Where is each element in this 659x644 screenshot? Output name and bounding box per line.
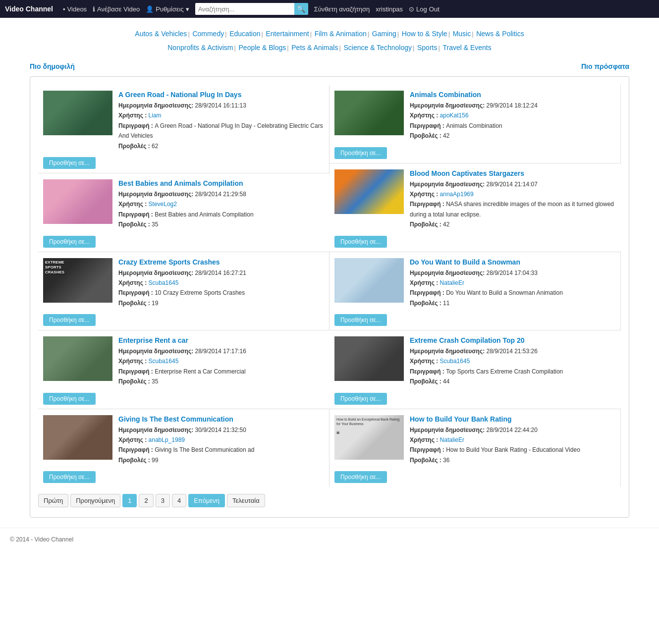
cat-news[interactable]: News & Politics — [476, 30, 524, 38]
cat-autos[interactable]: Autos & Vehicles — [135, 30, 187, 38]
cat-education[interactable]: Education — [229, 30, 260, 38]
video-title[interactable]: How to Build Your Bank Rating — [410, 415, 615, 423]
sort-popular[interactable]: Πιο δημοφιλή — [30, 62, 75, 70]
video-row: Animals Combination Ημερομηνία δημοσίευσ… — [334, 91, 615, 141]
video-thumbnail[interactable] — [334, 258, 404, 303]
video-title[interactable]: A Green Road - National Plug In Days — [118, 91, 324, 99]
cat-music[interactable]: Music — [453, 30, 471, 38]
categories-row-1: Autos & Vehicles| Commedy| Education| En… — [10, 27, 649, 41]
video-title[interactable]: Do You Want to Build a Snowman — [410, 258, 615, 266]
cat-travel[interactable]: Travel & Events — [442, 44, 491, 52]
video-meta: Ημερομηνία δημοσίευσης: 28/9/2014 17:04:… — [410, 268, 615, 309]
video-thumbnail[interactable] — [43, 336, 112, 381]
video-thumbnail[interactable] — [43, 91, 112, 135]
video-info: Do You Want to Build a Snowman Ημερομηνί… — [410, 258, 615, 309]
video-thumbnail[interactable] — [334, 91, 404, 135]
video-info: Crazy Extreme Sports Crashes Ημερομηνία … — [118, 258, 324, 309]
cat-pets[interactable]: Pets & Animals — [291, 44, 338, 52]
video-meta: Ημερομηνία δημοσίευσης: 28/9/2014 16:11:… — [118, 101, 324, 151]
cat-entertainment[interactable]: Entertainment — [266, 30, 309, 38]
video-user[interactable]: Liam — [149, 112, 162, 119]
nav-log-label: Log — [416, 5, 427, 13]
categories-bar: Autos & Vehicles| Commedy| Education| En… — [0, 18, 659, 58]
video-user[interactable]: Scuba1645 — [149, 279, 179, 286]
cat-howto[interactable]: How to & Style — [402, 30, 447, 38]
pagination-last[interactable]: Τελευταία — [227, 494, 265, 507]
add-to-playlist-button[interactable]: Προσθήκη σε... — [43, 393, 96, 405]
video-thumbnail[interactable]: EXTREMESPORTSCRASHES — [43, 258, 112, 303]
user-icon: 👤 — [146, 5, 154, 13]
pagination-page-3[interactable]: 3 — [156, 494, 170, 507]
video-date: 28/9/2014 16:11:13 — [195, 102, 246, 109]
nav-videos-label: Videos — [67, 5, 87, 13]
user-label: Χρήστης : — [118, 112, 147, 119]
pagination-prev[interactable]: Προηγούμενη — [70, 494, 120, 507]
add-to-playlist-button[interactable]: Προσθήκη σε... — [43, 157, 96, 169]
video-item: Extreme Crash Compilation Top 20 Ημερομη… — [330, 330, 621, 409]
video-item: Blood Moon Captivates Stargazers Ημερομη… — [330, 163, 621, 252]
cat-people[interactable]: People & Blogs — [239, 44, 286, 52]
video-title[interactable]: Best Babies and Animals Compilation — [118, 179, 325, 187]
add-to-playlist-button[interactable]: Προσθήκη σε... — [43, 314, 96, 326]
footer: © 2014 - Video Channel — [0, 528, 659, 551]
video-user[interactable]: annaAp1969 — [440, 191, 474, 198]
brand-logo: Video Channel — [5, 5, 53, 13]
video-thumbnail[interactable]: How to Build an Exceptional Bank Rating … — [334, 415, 404, 460]
video-row: Best Babies and Animals Compilation Ημερ… — [43, 179, 325, 230]
cat-sports[interactable]: Sports — [417, 44, 437, 52]
cat-gaming[interactable]: Gaming — [372, 30, 396, 38]
video-user[interactable]: anabLp_1989 — [149, 436, 185, 443]
cat-film[interactable]: Film & Animation — [315, 30, 367, 38]
nav-settings[interactable]: 👤 Ρυθμίσεις ▾ — [146, 5, 189, 13]
video-meta: Ημερομηνία δημοσίευσης: 28/9/2014 17:17:… — [118, 346, 325, 387]
video-item: Giving Is The Best Communication Ημερομη… — [38, 409, 330, 487]
search-input[interactable] — [195, 3, 294, 15]
video-title[interactable]: Giving Is The Best Communication — [118, 415, 324, 423]
pagination-page-2[interactable]: 2 — [139, 494, 153, 507]
video-row: Blood Moon Captivates Stargazers Ημερομη… — [334, 169, 616, 230]
add-to-playlist-button[interactable]: Προσθήκη σε... — [334, 393, 387, 405]
cat-nonprofits[interactable]: Nonprofits & Activism — [167, 44, 233, 52]
nav-videos[interactable]: ▪ Videos — [63, 5, 87, 13]
video-info: How to Build Your Bank Rating Ημερομηνία… — [410, 415, 615, 466]
nav-log[interactable]: ⊙ Log Out — [409, 5, 439, 13]
video-user[interactable]: Scuba1645 — [149, 358, 179, 365]
nav-out-label: Out — [429, 5, 439, 13]
video-title[interactable]: Crazy Extreme Sports Crashes — [118, 258, 324, 266]
add-to-playlist-button[interactable]: Προσθήκη σε... — [43, 471, 96, 483]
video-title[interactable]: Animals Combination — [410, 91, 615, 99]
add-to-playlist-button[interactable]: Προσθήκη σε... — [334, 314, 387, 326]
add-to-playlist-button[interactable]: Προσθήκη σε... — [43, 236, 96, 248]
video-title[interactable]: Blood Moon Captivates Stargazers — [410, 169, 616, 177]
nav-username[interactable]: xristinpas — [376, 5, 403, 13]
video-user[interactable]: SteveLog2 — [149, 201, 177, 208]
pagination-page-1[interactable]: 1 — [122, 494, 137, 507]
video-thumbnail[interactable] — [334, 169, 404, 214]
nav-upload[interactable]: ℹ Ανέβασε Video — [93, 5, 140, 13]
add-to-playlist-button[interactable]: Προσθήκη σε... — [334, 236, 387, 248]
video-user[interactable]: NatalieEr — [440, 279, 464, 286]
video-title[interactable]: Extreme Crash Compilation Top 20 — [410, 336, 616, 344]
pagination-next[interactable]: Επόμενη — [188, 494, 225, 507]
footer-text: © 2014 - Video Channel — [10, 536, 73, 543]
nav-advanced-search[interactable]: Σύνθετη αναζήτηση — [314, 5, 370, 13]
video-thumbnail[interactable] — [43, 179, 112, 224]
video-thumbnail[interactable] — [334, 336, 404, 381]
video-info: Giving Is The Best Communication Ημερομη… — [118, 415, 324, 466]
pagination-page-4[interactable]: 4 — [172, 494, 186, 507]
add-to-playlist-button[interactable]: Προσθήκη σε... — [334, 471, 387, 483]
sort-recent[interactable]: Πιο πρόσφατα — [581, 62, 629, 70]
upload-icon: ℹ — [93, 5, 95, 13]
video-thumbnail[interactable] — [43, 415, 112, 460]
cat-science[interactable]: Science & Technology — [343, 44, 412, 52]
video-user[interactable]: Scuba1645 — [440, 358, 470, 365]
video-user[interactable]: apoKat156 — [440, 112, 469, 119]
cat-commedy[interactable]: Commedy — [192, 30, 224, 38]
video-title[interactable]: Enterprise Rent a car — [118, 336, 325, 344]
desc-label: Περιγραφή : — [118, 122, 153, 129]
videos-icon: ▪ — [63, 5, 65, 13]
pagination-first[interactable]: Πρώτη — [38, 494, 68, 507]
add-to-playlist-button[interactable]: Προσθήκη σε... — [334, 147, 387, 159]
search-button[interactable]: 🔍 — [294, 3, 308, 15]
video-user[interactable]: NatalieEr — [440, 436, 464, 443]
